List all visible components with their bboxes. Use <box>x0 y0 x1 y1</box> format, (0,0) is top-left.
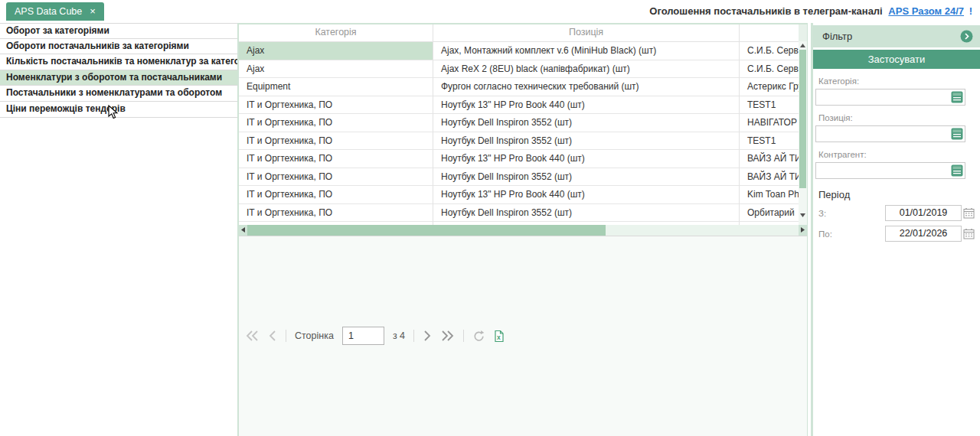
first-page-button[interactable] <box>245 330 260 341</box>
table-cell[interactable]: НАВІГАТОР КО <box>740 114 799 132</box>
vertical-scrollbar-thumb[interactable] <box>799 50 806 188</box>
page-label: Сторінка <box>295 330 334 341</box>
sidebar-item-5[interactable]: Ціни переможців тендерів <box>0 102 237 118</box>
table-cell[interactable]: Ноутбук 13" HP Pro Book 440 (шт) <box>433 96 740 115</box>
scroll-left-icon[interactable] <box>239 225 247 236</box>
table-cell[interactable]: IT и Оргтехника, ПО <box>239 114 433 132</box>
table-cell[interactable]: Астерикс Груп <box>740 78 799 96</box>
prev-page-button[interactable] <box>268 330 277 341</box>
calendar-icon[interactable] <box>963 228 975 239</box>
table-cell[interactable]: Ajax <box>239 60 433 79</box>
table-cell[interactable]: TEST1 <box>740 132 799 151</box>
separator <box>463 330 464 342</box>
table-row[interactable]: IT и Оргтехника, ПОНоутбук 13" HP Pro Bo… <box>239 150 799 168</box>
table-row[interactable]: AjaxAjax, Монтажний комплект v.6 (MiniHu… <box>239 42 799 60</box>
table-cell[interactable]: IT и Оргтехника, ПО <box>239 132 433 151</box>
table-row[interactable]: IT и Оргтехника, ПОНоутбук Dell Inspiron… <box>239 168 799 187</box>
tab-close-icon[interactable]: × <box>90 2 96 21</box>
lookup-icon[interactable] <box>951 91 963 106</box>
filter-title: Фільтр <box>822 31 852 42</box>
table-cell[interactable]: Ноутбук Dell Inspiron 3552 (шт) <box>433 168 740 187</box>
table-cell[interactable]: Ноутбук Dell Inspiron 3552 (шт) <box>433 114 740 132</box>
table-cell[interactable]: IT и Оргтехника, ПО <box>239 168 433 187</box>
table-cell[interactable]: С.И.Б. Сервис <box>740 42 799 60</box>
category-filter-input[interactable] <box>816 89 965 105</box>
category-filter-field <box>815 89 965 106</box>
page-total-label: з 4 <box>393 330 405 341</box>
table-cell[interactable]: IT и Оргтехника, ПО <box>239 204 433 223</box>
calendar-icon[interactable] <box>963 207 975 219</box>
column-header[interactable] <box>740 24 799 41</box>
telegram-channel-link[interactable]: APS Разом 24/7 <box>888 5 964 17</box>
data-table-panel: КатегоріяПозиція AjaxAjax, Монтажний ком… <box>237 23 808 436</box>
counterparty-filter-field <box>815 162 965 179</box>
next-page-button[interactable] <box>423 330 432 341</box>
collapse-panel-icon[interactable] <box>960 30 973 43</box>
category-field-label: Категорія: <box>818 76 980 86</box>
table-row[interactable]: IT и Оргтехника, ПОНоутбук Dell Inspiron… <box>239 132 799 151</box>
sidebar-item-4[interactable]: Постачальники з номенклатурами та оборот… <box>0 86 237 102</box>
lookup-icon[interactable] <box>951 128 963 143</box>
date-to-row: По: 22/01/2026 <box>813 226 980 242</box>
scroll-up-icon[interactable] <box>799 41 807 49</box>
table-cell[interactable]: Equipment <box>239 78 433 96</box>
tab-title: APS Data Cube <box>15 2 82 21</box>
sidebar-item-3[interactable]: Номенклатури з оборотом та постачальника… <box>0 70 237 86</box>
sidebar-item-1[interactable]: Обороти постачальників за категоріями <box>0 39 237 55</box>
table-cell[interactable]: Ноутбук Dell Inspiron 3552 (шт) <box>433 132 740 151</box>
export-excel-icon[interactable]: x <box>494 330 505 343</box>
top-bar: APS Data Cube × Оголошення постачальникі… <box>0 0 980 23</box>
refresh-icon[interactable] <box>472 330 485 343</box>
column-header[interactable]: Позиція <box>433 24 740 41</box>
sidebar-item-0[interactable]: Оборот за категоріями <box>0 23 237 39</box>
table-cell[interactable]: Ноутбук 13" HP Pro Book 440 (шт) <box>433 186 740 204</box>
date-from-input[interactable]: 01/01/2019 <box>885 205 962 221</box>
table-header-row: КатегоріяПозиція <box>239 24 799 42</box>
table-cell[interactable]: IT и Оргтехника, ПО <box>239 186 433 204</box>
horizontal-scrollbar-track[interactable] <box>247 225 799 236</box>
content-area: Оборот за категоріямиОбороти постачальни… <box>0 23 980 436</box>
table-cell[interactable]: IT и Оргтехника, ПО <box>239 150 433 168</box>
scroll-right-icon[interactable] <box>799 225 807 236</box>
table-row[interactable]: IT и Оргтехника, ПОНоутбук Dell Inspiron… <box>239 204 799 223</box>
table-cell[interactable]: ВАЙЗ АЙ ТИ <box>740 150 799 168</box>
table-cell[interactable]: Ajax, Монтажний комплект v.6 (MiniHub Bl… <box>433 42 740 60</box>
table-cell[interactable]: Ноутбук 13" HP Pro Book 440 (шт) <box>433 150 740 168</box>
table-cell[interactable]: Kim Toan Phuc <box>740 186 799 204</box>
date-to-input[interactable]: 22/01/2026 <box>885 226 962 242</box>
table-row[interactable]: IT и Оргтехника, ПОНоутбук 13" HP Pro Bo… <box>239 96 799 115</box>
column-header[interactable]: Категорія <box>239 24 433 41</box>
position-filter-field <box>815 125 965 142</box>
report-menu: Оборот за категоріямиОбороти постачальни… <box>0 23 237 436</box>
table-cell[interactable]: Ноутбук Dell Inspiron 3552 (шт) <box>433 204 740 223</box>
table-row[interactable]: AjaxAjax ReX 2 (8EU) black (напівфабрика… <box>239 60 799 79</box>
table-cell[interactable]: ВАЙЗ АЙ ТИ <box>740 168 799 187</box>
vertical-scrollbar[interactable] <box>799 24 807 225</box>
table-cell[interactable]: Ajax ReX 2 (8EU) black (напівфабрикат) (… <box>433 60 740 79</box>
table-row[interactable]: EquipmentФургон согласно технических тре… <box>239 78 799 96</box>
period-section-title: Період <box>818 189 980 200</box>
table-body: AjaxAjax, Монтажний комплект v.6 (MiniHu… <box>239 42 799 225</box>
table-cell[interactable]: TEST1 <box>740 96 799 115</box>
last-page-button[interactable] <box>440 330 455 341</box>
position-filter-input[interactable] <box>816 126 965 142</box>
tab-aps-data-cube[interactable]: APS Data Cube × <box>6 2 104 21</box>
table-cell[interactable]: Ajax <box>239 42 433 60</box>
table-row[interactable]: IT и Оргтехника, ПОНоутбук Dell Inspiron… <box>239 114 799 132</box>
table-cell[interactable]: Орбитарий <box>740 204 799 223</box>
sidebar-item-2[interactable]: Кількість постачальників та номенклатур … <box>0 54 237 70</box>
horizontal-scrollbar[interactable] <box>239 225 807 236</box>
page-number-input[interactable] <box>342 327 384 345</box>
horizontal-scrollbar-thumb[interactable] <box>247 225 606 236</box>
pagination-bar: Сторінка з 4 x <box>239 236 807 436</box>
counterparty-filter-input[interactable] <box>816 163 965 178</box>
apply-filter-button[interactable]: Застосувати <box>813 50 980 69</box>
separator <box>286 330 286 342</box>
table-cell[interactable]: Фургон согласно технических требований (… <box>433 78 740 96</box>
table-cell[interactable]: С.И.Б. Сервис <box>740 60 799 79</box>
table-cell[interactable]: IT и Оргтехника, ПО <box>239 96 433 115</box>
announcement-text: Оголошення постачальників в телеграм-кан… <box>649 5 882 17</box>
lookup-icon[interactable] <box>951 164 963 180</box>
table-row[interactable]: IT и Оргтехника, ПОНоутбук 13" HP Pro Bo… <box>239 186 799 204</box>
scroll-down-icon[interactable] <box>799 212 807 220</box>
